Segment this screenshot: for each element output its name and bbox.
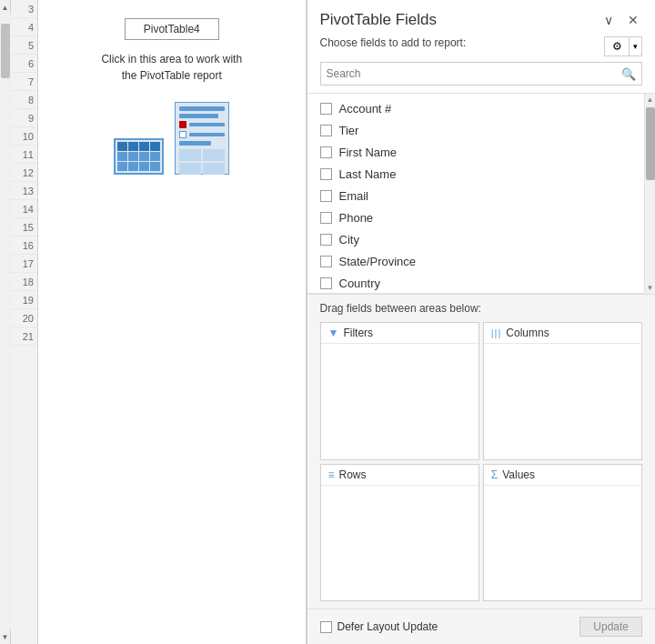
field-item-state[interactable]: State/Province xyxy=(307,250,634,272)
field-checkbox-account[interactable] xyxy=(320,103,332,115)
field-checkbox-lastname[interactable] xyxy=(320,168,332,180)
field-checkbox-city[interactable] xyxy=(320,234,332,246)
row-num-17: 17 xyxy=(11,255,37,273)
field-label-tier: Tier xyxy=(339,124,359,137)
area-box-values[interactable]: Σ Values xyxy=(483,464,642,602)
row-num-3: 3 xyxy=(11,0,37,18)
area-box-columns[interactable]: ||| Columns xyxy=(483,322,642,460)
gear-button[interactable]: ⚙ xyxy=(604,36,630,56)
fields-scroll-down[interactable]: ▼ xyxy=(647,282,654,294)
area-label-rows: Rows xyxy=(339,468,367,481)
fields-list: Account # Tier First Name Last Name Emai… xyxy=(307,94,645,294)
defer-checkbox[interactable] xyxy=(320,621,332,633)
values-icon: Σ xyxy=(491,468,498,481)
row-num-5: 5 xyxy=(11,36,37,55)
collapse-panel-button[interactable]: ∨ xyxy=(600,11,617,29)
field-label-city: City xyxy=(339,233,359,247)
dropdown-arrow-icon: ▾ xyxy=(633,42,638,51)
area-box-filters[interactable]: ▼ Filters xyxy=(320,322,479,460)
defer-label: Defer Layout Update xyxy=(338,620,438,633)
scroll-thumb[interactable] xyxy=(1,24,10,78)
field-item-email[interactable]: Email xyxy=(307,185,634,206)
field-item-city[interactable]: City xyxy=(307,228,634,250)
pivot-title: PivotTable4 xyxy=(144,23,200,35)
row-num-20: 20 xyxy=(11,309,37,327)
fields-scroll-up[interactable]: ▲ xyxy=(647,94,654,106)
field-item-lastname[interactable]: Last Name xyxy=(307,163,634,185)
row-num-9: 9 xyxy=(11,109,37,127)
row-num-6: 6 xyxy=(11,55,37,73)
fields-scrollbar[interactable]: ▲ ▼ xyxy=(644,94,655,294)
fields-scroll-thumb[interactable] xyxy=(646,107,655,180)
area-content-rows xyxy=(321,486,479,601)
drag-section: Drag fields between areas below: xyxy=(307,295,656,318)
field-checkbox-phone[interactable] xyxy=(320,212,332,224)
cell-area[interactable]: PivotTable4 Click in this area to work w… xyxy=(38,0,306,644)
field-item-country[interactable]: Country xyxy=(307,272,634,294)
area-box-rows[interactable]: ≡ Rows xyxy=(320,464,479,602)
field-item-firstname[interactable]: First Name xyxy=(307,141,634,163)
field-checkbox-email[interactable] xyxy=(320,190,332,202)
row-num-8: 8 xyxy=(11,91,37,109)
row-num-19: 19 xyxy=(11,291,37,309)
pivot-illustration xyxy=(114,102,229,175)
scroll-up-arrow[interactable]: ▲ xyxy=(0,0,11,15)
panel-subtitle-row: Choose fields to add to report: ⚙ ▾ xyxy=(320,36,643,56)
scroll-track xyxy=(0,15,11,629)
row-numbers: 3 4 5 6 7 8 9 10 11 12 13 14 15 16 17 18… xyxy=(11,0,38,644)
row-num-12: 12 xyxy=(11,164,37,182)
row-num-4: 4 xyxy=(11,18,37,36)
field-label-email: Email xyxy=(339,189,369,203)
area-label-values: Values xyxy=(502,468,535,481)
panel-title-icons: ∨ ✕ xyxy=(600,11,642,29)
field-item-phone[interactable]: Phone xyxy=(307,206,634,228)
fields-scroll-track xyxy=(645,106,655,282)
update-button[interactable]: Update xyxy=(579,617,642,637)
field-checkbox-firstname[interactable] xyxy=(320,146,332,158)
panel-subtitle: Choose fields to add to report: xyxy=(320,36,467,49)
areas-grid: ▼ Filters ||| Columns ≡ Rows Σ Value xyxy=(307,318,656,609)
area-content-columns xyxy=(484,344,641,459)
field-label-country: Country xyxy=(339,277,381,290)
row-num-21: 21 xyxy=(11,327,37,346)
area-content-values xyxy=(484,486,641,601)
pivot-panel: PivotTable Fields ∨ ✕ Choose fields to a… xyxy=(307,0,656,644)
row-num-7: 7 xyxy=(11,73,37,91)
vertical-scrollbar-left[interactable]: ▲ ▼ xyxy=(0,0,11,644)
pivot-placeholder[interactable]: PivotTable4 Click in this area to work w… xyxy=(38,0,306,644)
field-checkbox-state[interactable] xyxy=(320,256,332,267)
field-item-account[interactable]: Account # xyxy=(307,97,634,119)
area-header-filters: ▼ Filters xyxy=(321,323,479,344)
field-checkbox-country[interactable] xyxy=(320,277,332,289)
filters-icon: ▼ xyxy=(328,327,339,339)
area-content-filters xyxy=(321,344,479,459)
table-icon xyxy=(114,138,164,175)
panel-title: PivotTable Fields xyxy=(320,11,438,29)
panel-header: PivotTable Fields ∨ ✕ Choose fields to a… xyxy=(307,0,656,94)
row-num-15: 15 xyxy=(11,218,37,236)
gear-controls: ⚙ ▾ xyxy=(604,36,642,56)
area-label-columns: Columns xyxy=(506,327,549,339)
columns-icon: ||| xyxy=(491,327,502,338)
field-label-state: State/Province xyxy=(339,255,417,268)
pivot-instructions: Click in this area to work with the Pivo… xyxy=(101,51,242,84)
search-input[interactable] xyxy=(327,67,622,80)
area-header-rows: ≡ Rows xyxy=(321,465,479,486)
search-box[interactable]: 🔍 xyxy=(320,62,643,86)
drag-label: Drag fields between areas below: xyxy=(320,302,481,315)
field-checkbox-tier[interactable] xyxy=(320,125,332,136)
row-num-10: 10 xyxy=(11,127,37,146)
row-num-14: 14 xyxy=(11,200,37,218)
row-num-18: 18 xyxy=(11,273,37,291)
bottom-bar: Defer Layout Update Update xyxy=(307,609,656,644)
row-num-16: 16 xyxy=(11,236,37,255)
field-label-lastname: Last Name xyxy=(339,167,397,181)
field-item-tier[interactable]: Tier xyxy=(307,119,634,141)
defer-checkbox-row: Defer Layout Update xyxy=(320,620,438,633)
gear-dropdown-button[interactable]: ▾ xyxy=(630,36,642,56)
gear-icon: ⚙ xyxy=(612,40,622,53)
panel-title-row: PivotTable Fields ∨ ✕ xyxy=(320,11,643,29)
close-panel-button[interactable]: ✕ xyxy=(624,11,642,29)
row-num-11: 11 xyxy=(11,146,37,164)
scroll-down-arrow[interactable]: ▼ xyxy=(0,629,11,644)
